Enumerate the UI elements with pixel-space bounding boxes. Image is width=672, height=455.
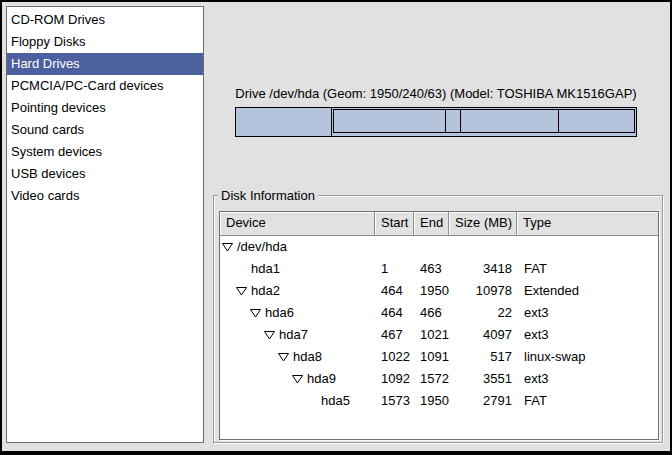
sidebar-item-usb-devices[interactable]: USB devices	[7, 163, 203, 185]
end-cell: 463	[414, 258, 449, 280]
drive-title: Drive /dev/hda (Geom: 1950/240/63) (Mode…	[235, 86, 637, 102]
device-name: hda2	[251, 280, 280, 302]
column-header-end[interactable]: End	[414, 212, 449, 236]
end-cell: 1572	[414, 368, 449, 390]
disk-row-hda8[interactable]: hda810221091517linux-swap	[220, 346, 658, 368]
size-cell: 10978	[449, 280, 517, 302]
device-name: hda6	[265, 302, 294, 324]
device-name: hda7	[279, 324, 308, 346]
hardware-browser-window: CD-ROM DrivesFloppy DisksHard DrivesPCMC…	[0, 0, 672, 455]
device-name: hda8	[293, 346, 322, 368]
type-cell: ext3	[517, 324, 658, 346]
type-cell: ext3	[517, 368, 658, 390]
table-body: /dev/hdahda114633418FAThda2464195010978E…	[220, 236, 658, 412]
start-cell: 464	[375, 280, 414, 302]
device-cell: hda1	[220, 258, 375, 280]
size-cell: 4097	[449, 324, 517, 346]
column-header-device[interactable]: Device	[220, 212, 375, 236]
expander-open-icon[interactable]	[292, 375, 307, 384]
size-cell: 22	[449, 302, 517, 324]
size-cell: 3418	[449, 258, 517, 280]
expander-open-icon[interactable]	[236, 287, 251, 296]
device-cell: hda2	[220, 280, 375, 302]
device-name: hda5	[321, 390, 350, 412]
extended-partition-hda2	[333, 109, 635, 133]
disk-row-hda2[interactable]: hda2464195010978Extended	[220, 280, 658, 302]
start-cell	[375, 236, 414, 258]
start-cell: 1092	[375, 368, 414, 390]
disk-information-table: DeviceStartEndSize (MB)Type /dev/hdahda1…	[219, 211, 659, 440]
sidebar-item-floppy-disks[interactable]: Floppy Disks	[7, 31, 203, 53]
end-cell: 1021	[414, 324, 449, 346]
sidebar-item-hard-drives[interactable]: Hard Drives	[7, 53, 203, 75]
size-cell: 2791	[449, 390, 517, 412]
partition-boundary-hda9	[558, 110, 559, 132]
device-cell: hda5	[220, 390, 375, 412]
device-name: hda1	[251, 258, 280, 280]
type-cell: ext3	[517, 302, 658, 324]
disk-row--dev-hda[interactable]: /dev/hda	[220, 236, 658, 258]
end-cell: 466	[414, 302, 449, 324]
sidebar-item-sound-cards[interactable]: Sound cards	[7, 119, 203, 141]
column-header-size-mb-[interactable]: Size (MB)	[449, 212, 517, 236]
device-name: /dev/hda	[237, 236, 287, 258]
sidebar-item-pcmcia-pc-card-devices[interactable]: PCMCIA/PC-Card devices	[7, 75, 203, 97]
expander-open-icon[interactable]	[264, 331, 279, 340]
disk-row-hda1[interactable]: hda114633418FAT	[220, 258, 658, 280]
expander-open-icon[interactable]	[250, 309, 265, 318]
disk-row-hda9[interactable]: hda9109215723551ext3	[220, 368, 658, 390]
expander-open-icon[interactable]	[278, 353, 293, 362]
type-cell: FAT	[517, 390, 658, 412]
disk-row-hda7[interactable]: hda746710214097ext3	[220, 324, 658, 346]
start-cell: 1022	[375, 346, 414, 368]
size-cell: 3551	[449, 368, 517, 390]
end-cell: 1091	[414, 346, 449, 368]
disk-information-label: Disk Information	[218, 188, 318, 203]
sidebar-item-pointing-devices[interactable]: Pointing devices	[7, 97, 203, 119]
device-category-list: CD-ROM DrivesFloppy DisksHard DrivesPCMC…	[6, 6, 204, 443]
start-cell: 467	[375, 324, 414, 346]
device-cell: hda8	[220, 346, 375, 368]
sidebar-item-video-cards[interactable]: Video cards	[7, 185, 203, 207]
device-cell: hda6	[220, 302, 375, 324]
type-cell	[517, 236, 658, 258]
end-cell: 1950	[414, 390, 449, 412]
sidebar-item-cd-rom-drives[interactable]: CD-ROM Drives	[7, 9, 203, 31]
expander-open-icon[interactable]	[222, 243, 237, 252]
disk-row-hda6[interactable]: hda646446622ext3	[220, 302, 658, 324]
partition-boundary-hda1	[331, 108, 332, 136]
table-header: DeviceStartEndSize (MB)Type	[220, 212, 658, 236]
partition-bar	[235, 107, 637, 137]
partition-boundary-hda8	[460, 110, 461, 132]
type-cell: linux-swap	[517, 346, 658, 368]
device-cell: /dev/hda	[220, 236, 375, 258]
type-cell: Extended	[517, 280, 658, 302]
device-cell: hda9	[220, 368, 375, 390]
size-cell: 517	[449, 346, 517, 368]
start-cell: 1573	[375, 390, 414, 412]
device-cell: hda7	[220, 324, 375, 346]
sidebar-item-system-devices[interactable]: System devices	[7, 141, 203, 163]
column-header-type[interactable]: Type	[517, 212, 658, 236]
disk-row-hda5[interactable]: hda5157319502791FAT	[220, 390, 658, 412]
start-cell: 1	[375, 258, 414, 280]
start-cell: 464	[375, 302, 414, 324]
partition-boundary-hda7	[445, 110, 446, 132]
end-cell	[414, 236, 449, 258]
device-name: hda9	[307, 368, 336, 390]
size-cell	[449, 236, 517, 258]
end-cell: 1950	[414, 280, 449, 302]
type-cell: FAT	[517, 258, 658, 280]
column-header-start[interactable]: Start	[375, 212, 414, 236]
